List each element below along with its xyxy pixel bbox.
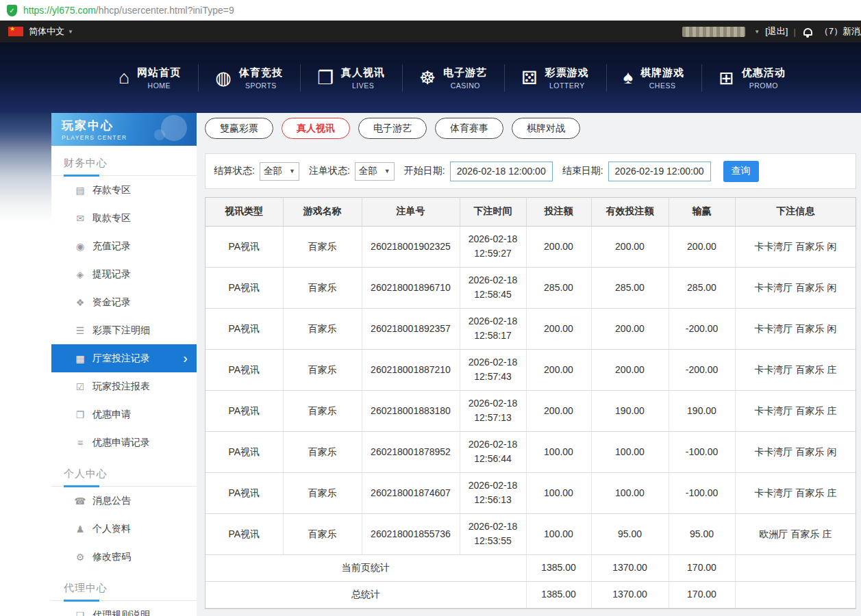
table-body: PA视讯百家乐2602180019023252026-02-18 12:59:2… — [205, 226, 856, 608]
cell-bet-time: 2026-02-18 12:57:13 — [460, 390, 526, 431]
sidebar-item-withdraw-zone[interactable]: ✉取款专区 — [51, 204, 197, 232]
nav-item-chess[interactable]: ♠棋牌游戏CHESS — [606, 42, 701, 113]
start-date-input[interactable] — [450, 162, 553, 181]
cell-valid-amount: 100.00 — [591, 431, 669, 472]
chevron-down-icon[interactable]: ▼ — [68, 29, 73, 35]
sidebar-item-profile[interactable]: ♟个人资料 — [51, 515, 197, 543]
cell-valid-amount: 190.00 — [591, 390, 669, 431]
tab-egame[interactable]: 电子游艺 — [358, 118, 427, 139]
sidebar-item-change-password[interactable]: ⚙修改密码 — [51, 543, 197, 571]
report-icon: ☑ — [74, 381, 86, 392]
sidebar-item-player-bet-report[interactable]: ☑玩家投注报表 — [51, 372, 197, 400]
spade-icon: ♠ — [623, 67, 633, 88]
background-left-strip — [0, 113, 51, 616]
sidebar-item-promo-application[interactable]: ❐优惠申请 — [51, 400, 197, 428]
summary-valid-amount: 1370.00 — [591, 554, 669, 581]
sidebar-item-withdrawal-records[interactable]: ◈提现记录 — [51, 260, 197, 288]
cell-valid-amount: 100.00 — [591, 472, 669, 513]
tab-sports[interactable]: 体育赛事 — [435, 118, 503, 139]
playing-cards-icon: ❐ — [317, 67, 334, 89]
nav-sublabel: SPORTS — [239, 81, 283, 90]
cell-win-loss: -100.00 — [669, 431, 735, 472]
gear-icon: ⚙ — [74, 552, 86, 563]
table-row: PA视讯百家乐2602180018746072026-02-18 12:56:1… — [205, 472, 856, 513]
table-row: PA视讯百家乐2602180018923572026-02-18 12:58:1… — [205, 308, 856, 349]
nav-item-casino[interactable]: ☸电子游艺CASINO — [402, 42, 504, 113]
grand-total-row: 总统计1385.001370.00170.00 — [205, 581, 856, 608]
column-header-bet-time: 下注时间 — [460, 198, 526, 226]
cell-win-loss: 200.00 — [669, 226, 735, 267]
table-row: PA视讯百家乐2602180018557362026-02-18 12:53:5… — [205, 513, 856, 554]
nav-sublabel: CHESS — [640, 81, 684, 90]
tab-lottery[interactable]: 雙赢彩票 — [205, 118, 273, 139]
nav-item-sports[interactable]: ◍体育竞技SPORTS — [198, 42, 300, 113]
chevron-down-icon[interactable]: ▼ — [754, 29, 760, 35]
cell-win-loss: 190.00 — [669, 390, 735, 431]
cell-video-type: PA视讯 — [205, 431, 283, 472]
order-status-value: 全部 — [359, 165, 377, 177]
query-button[interactable]: 查询 — [723, 161, 759, 182]
end-date-input[interactable] — [608, 162, 711, 181]
sidebar-item-promo-application-records[interactable]: ≡优惠申请记录 — [51, 428, 197, 457]
cell-order-no: 260218001878952 — [362, 431, 460, 472]
chevron-down-icon: ▼ — [384, 168, 390, 175]
url-domain: https://yl675.com — [23, 5, 96, 16]
chevron-right-icon: › — [183, 350, 188, 365]
sidebar-item-fund-records[interactable]: ❖资金记录 — [51, 288, 197, 316]
grid-list-icon: ▦ — [74, 353, 86, 364]
tab-live[interactable]: 真人视讯 — [282, 118, 350, 139]
sidebar-item-hall-bet-records[interactable]: ▦厅室投注记录› — [51, 344, 197, 372]
cell-bet-amount: 200.00 — [526, 308, 591, 349]
home-icon: ⌂ — [118, 67, 129, 88]
main-nav: ⌂网站首页HOME◍体育竞技SPORTS❐真人视讯LIVES☸电子游艺CASIN… — [0, 42, 861, 113]
notification-bell-icon[interactable] — [803, 28, 812, 36]
cell-bet-info: 卡卡湾厅 百家乐 闲 — [735, 308, 856, 349]
nav-sublabel: CASINO — [443, 81, 487, 90]
filter-bar: 结算状态: 全部 ▼ 注单状态: 全部 ▼ 开始日期: 结束日期: — [205, 153, 856, 189]
cell-valid-amount: 200.00 — [591, 349, 669, 390]
security-shield-icon: ✓ — [7, 5, 17, 16]
sidebar-item-lottery-bet-details[interactable]: ☰彩票下注明细 — [51, 316, 197, 344]
cell-bet-time: 2026-02-18 12:57:43 — [460, 349, 526, 390]
nav-sublabel: PROMO — [742, 81, 786, 90]
table-row: PA视讯百家乐2602180018789522026-02-18 12:56:4… — [205, 431, 856, 472]
cell-win-loss: 285.00 — [669, 267, 735, 308]
sidebar-item-agent-rules[interactable]: ❏代理规则说明 — [51, 601, 197, 616]
withdraw-icon: ✉ — [74, 213, 86, 224]
cell-bet-time: 2026-02-18 12:56:13 — [460, 472, 526, 513]
cell-order-no: 260218001887210 — [362, 349, 460, 390]
username-blurred[interactable] — [682, 27, 745, 37]
nav-label: 电子游艺 — [443, 66, 487, 79]
browser-address-bar[interactable]: ✓ https://yl675.com/hhcp/usercenter.html… — [0, 0, 861, 21]
topbar-right: ▼ [退出] | （7）新消息 — [682, 21, 861, 42]
cell-order-no: 260218001883180 — [362, 390, 460, 431]
page-url[interactable]: https://yl675.com/hhcp/usercenter.html?i… — [23, 5, 234, 16]
table-row: PA视讯百家乐2602180019023252026-02-18 12:59:2… — [205, 226, 856, 267]
logout-link[interactable]: [退出] — [765, 25, 788, 38]
nav-item-home[interactable]: ⌂网站首页HOME — [101, 42, 198, 113]
sidebar-header: 玩家中心 PLAYERS CENTER — [51, 113, 197, 146]
cell-bet-amount: 285.00 — [526, 267, 591, 308]
top-utility-bar: ★ 简体中文 ▼ ▼ [退出] | （7）新消息 — [0, 21, 861, 42]
cell-game-name: 百家乐 — [283, 226, 362, 267]
cell-video-type: PA视讯 — [205, 267, 283, 308]
tab-chess[interactable]: 棋牌对战 — [512, 118, 580, 139]
sidebar-item-recharge-records[interactable]: ◉充值记录 — [51, 232, 197, 260]
nav-item-lottery[interactable]: ⚄彩票游戏LOTTERY — [504, 42, 606, 113]
new-messages-link[interactable]: （7）新消息 — [820, 25, 861, 38]
page-body: 玩家中心 PLAYERS CENTER 财务中心▤存款专区✉取款专区◉充值记录◈… — [0, 113, 861, 616]
settle-status-select[interactable]: 全部 ▼ — [260, 162, 299, 181]
sidebar-item-deposit-zone[interactable]: ▤存款专区 — [51, 176, 197, 204]
nav-sublabel: LOTTERY — [545, 81, 589, 90]
cell-valid-amount: 200.00 — [591, 308, 669, 349]
bell-icon: ☎ — [74, 496, 86, 506]
nav-label: 优惠活动 — [742, 66, 786, 79]
summary-label: 当前页统计 — [205, 554, 526, 581]
end-date-label: 结束日期: — [562, 165, 603, 177]
nav-item-lives[interactable]: ❐真人视讯LIVES — [300, 42, 402, 113]
order-status-select[interactable]: 全部 ▼ — [355, 162, 395, 181]
sidebar-item-messages[interactable]: ☎消息公告 — [51, 487, 197, 515]
column-header-bet-info: 下注信息 — [735, 198, 856, 226]
nav-item-promo[interactable]: ⊞优惠活动PROMO — [701, 42, 803, 113]
language-selector[interactable]: 简体中文 — [29, 25, 64, 38]
